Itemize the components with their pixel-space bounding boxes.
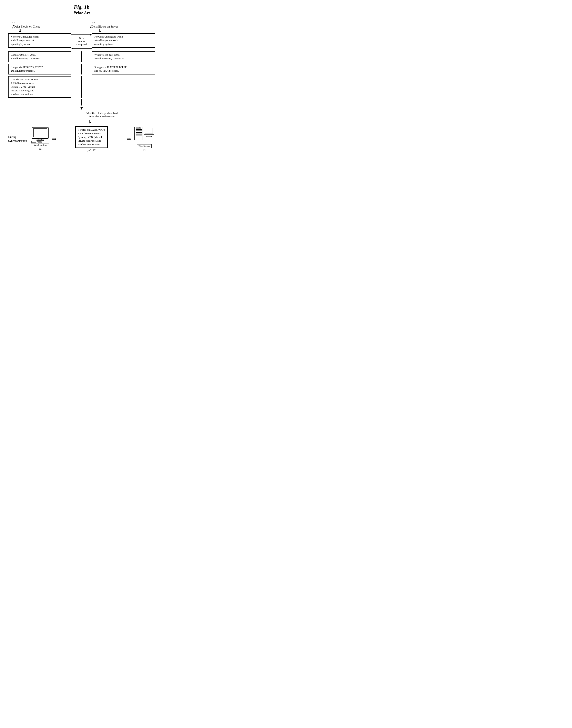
- arrow-right-to-box: ⇒: [52, 136, 56, 142]
- delta-blocks-server-label: Delta Blocks on Server: [91, 25, 118, 28]
- windows-box-client: Windows 98, NT, 2000,Novell Netware, LAN…: [8, 52, 71, 62]
- main-diagram: 18 Delta Blocks on Client ⇓ 20 Delta Blo…: [8, 22, 155, 205]
- network-box-client: Network/Unplugged workswithall major net…: [8, 33, 71, 48]
- svg-rect-1: [33, 129, 47, 137]
- arrow-down-client: ⇓: [10, 28, 77, 33]
- delta-blocks-compared-label: DeltaBlocksCompared: [76, 37, 87, 46]
- network-box-server: Network/Unplugged workswithall major net…: [92, 33, 155, 48]
- ref-18-number: 18: [12, 22, 77, 25]
- file-server-label: File Server: [137, 144, 152, 148]
- windows-box-server: Windows 98, NT, 2000,Novell Netware, LAN…: [92, 52, 155, 62]
- modified-block-label: Modified block synchronizedfrom client t…: [49, 112, 155, 118]
- svg-rect-32: [139, 127, 141, 128]
- center-arrow-down: ▼: [71, 105, 92, 111]
- svg-rect-2: [39, 139, 42, 140]
- supports-box-server: It supports: IP X/SP X,TCP/IPand NETBUI …: [92, 64, 155, 74]
- prior-art-label: Prior Art: [8, 10, 155, 15]
- supports-box-client: It supports: IP X/SP X,TCP/IPand NETBUI …: [8, 64, 71, 74]
- workstation-illustration: [31, 127, 49, 143]
- arrow-right-to-server: ⇒: [127, 136, 131, 142]
- svg-rect-31: [136, 127, 139, 128]
- svg-rect-28: [145, 128, 153, 133]
- ref-12: 12: [143, 149, 146, 152]
- svg-rect-13: [37, 142, 42, 143]
- file-server-illustration: [134, 126, 155, 144]
- lans-box-client: It works on LANs, WANsRAS (Remote Access…: [8, 76, 71, 98]
- figure-title: Fig. 1b: [8, 4, 155, 10]
- svg-rect-30: [146, 136, 152, 137]
- arrow-down-server: ⇓: [86, 28, 153, 33]
- ref-22: 22: [87, 149, 95, 152]
- hollow-arrow-down-sync: ⇓: [88, 119, 92, 125]
- ref-10: 10: [39, 148, 42, 151]
- svg-rect-29: [148, 135, 150, 136]
- during-sync-label: DuringSynchronization: [8, 135, 28, 143]
- lans-box-sync: It works on LANs, WANsRAS (Remote Access…: [75, 126, 108, 148]
- workstation-label: Workstation: [31, 143, 49, 147]
- ref-20-number: 20: [92, 22, 153, 25]
- delta-blocks-client-label: Delta Blocks on Client: [14, 25, 40, 28]
- svg-rect-3: [37, 140, 44, 141]
